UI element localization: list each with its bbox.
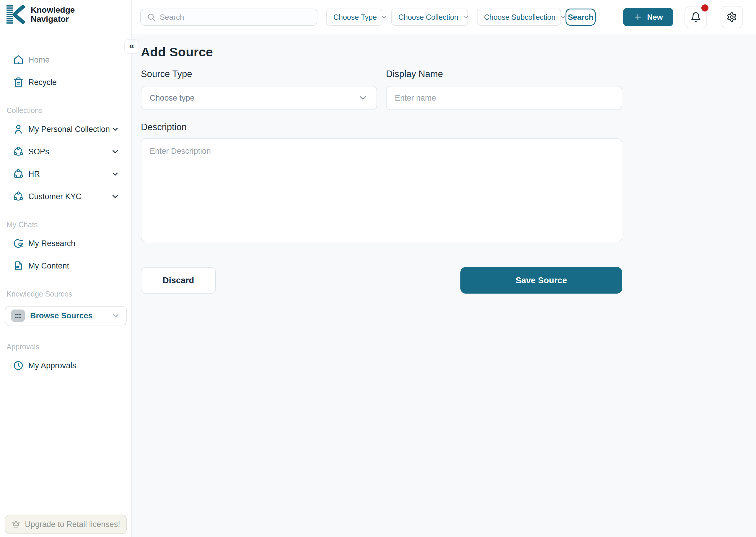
sidebar-item-label: My Approvals (28, 361, 76, 370)
sidebar-item-label: Browse Sources (30, 311, 93, 320)
discard-button[interactable]: Discard (141, 267, 216, 294)
sidebar-item-my-content[interactable]: My Content (0, 259, 131, 272)
choose-type-dropdown[interactable]: Choose Type (326, 9, 382, 26)
chevron-down-icon[interactable] (111, 192, 119, 201)
choose-type-label: Choose Type (334, 13, 377, 21)
sidebar-item-label: Recycle (28, 78, 57, 87)
search-button[interactable]: Search (565, 9, 596, 26)
collection-network-icon (13, 191, 23, 202)
user-icon (13, 124, 23, 135)
description-label: Description (141, 122, 622, 133)
document-icon (13, 261, 23, 271)
section-header-knowledge-sources: Knowledge Sources (7, 290, 131, 298)
research-icon (13, 238, 23, 249)
server-grid-icon (11, 310, 25, 322)
collection-network-icon (13, 146, 23, 157)
sidebar-item-label: My Research (28, 239, 75, 248)
choose-collection-dropdown[interactable]: Choose Collection (391, 9, 468, 26)
sidebar-item-label: My Personal Collection (28, 125, 110, 134)
plus-icon (634, 13, 642, 21)
sidebar-item-label: Home (28, 56, 50, 64)
choose-collection-label: Choose Collection (398, 13, 458, 21)
app-logo: Knowledge Navigator (7, 5, 75, 24)
sidebar-item-home[interactable]: Home (0, 53, 131, 67)
sidebar-collapse-button[interactable]: « (124, 39, 139, 54)
chevron-down-icon (462, 13, 469, 21)
home-icon (13, 55, 23, 65)
chevron-down-icon[interactable] (111, 170, 119, 179)
search-input[interactable] (160, 13, 311, 22)
save-source-button[interactable]: Save Source (461, 267, 622, 294)
sidebar-item-browse-sources[interactable]: Browse Sources (5, 306, 127, 325)
sidebar-item-hr[interactable]: HR (0, 167, 131, 181)
source-type-label: Source Type (141, 69, 377, 79)
sidebar-item-recycle[interactable]: Recycle (0, 75, 131, 89)
sidebar-divider (131, 0, 132, 537)
notification-dot (701, 4, 708, 12)
notifications-button[interactable] (685, 6, 707, 28)
chevron-down-icon (358, 93, 368, 103)
trash-icon (13, 77, 23, 88)
choose-subcollection-label: Choose Subcollection (484, 13, 556, 21)
display-name-label: Display Name (386, 69, 622, 79)
sidebar-item-my-research[interactable]: My Research (0, 237, 131, 250)
sidebar: Home Recycle Collections My Personal Col… (0, 34, 131, 537)
section-header-approvals: Approvals (7, 343, 131, 351)
sidebar-item-label: HR (28, 170, 40, 179)
description-textarea[interactable] (141, 138, 622, 242)
crown-icon (11, 519, 21, 529)
chevron-down-icon (380, 13, 388, 21)
sidebar-item-my-approvals[interactable]: My Approvals (0, 359, 131, 372)
clock-icon (13, 360, 23, 371)
sidebar-item-label: My Content (28, 262, 69, 270)
choose-subcollection-dropdown[interactable]: Choose Subcollection (477, 9, 561, 26)
source-type-placeholder: Choose type (150, 94, 195, 103)
sidebar-item-label: Customer KYC (28, 192, 81, 201)
display-name-input[interactable] (386, 86, 622, 110)
sidebar-item-customer-kyc[interactable]: Customer KYC (0, 190, 131, 203)
app-title: Knowledge Navigator (31, 5, 75, 24)
upgrade-button[interactable]: Upgrade to Retail licenses! (5, 515, 127, 534)
sidebar-item-sops[interactable]: SOPs (0, 145, 131, 158)
sidebar-item-my-personal-collection[interactable]: My Personal Collection (0, 122, 131, 136)
top-bar: Knowledge Navigator Choose Type Choose C… (0, 0, 756, 34)
add-source-form: Source Type Choose type Display Name Des… (141, 69, 622, 294)
source-type-select[interactable]: Choose type (141, 86, 377, 110)
upgrade-label: Upgrade to Retail licenses! (25, 520, 120, 529)
gear-icon (727, 12, 737, 22)
global-search (140, 9, 318, 26)
main-content: Add Source Source Type Choose type Displ… (132, 34, 756, 537)
bell-icon (690, 12, 701, 22)
section-header-my-chats: My Chats (7, 221, 131, 229)
new-button[interactable]: New (623, 8, 673, 26)
collapse-glyph: « (129, 41, 134, 51)
settings-button[interactable] (721, 6, 743, 28)
page-title: Add Source (141, 45, 756, 59)
section-header-collections: Collections (7, 106, 131, 115)
logo-k-icon (7, 5, 26, 24)
chevron-down-icon[interactable] (111, 311, 120, 320)
search-icon (147, 13, 156, 21)
new-button-label: New (647, 13, 663, 22)
chevron-down-icon[interactable] (111, 125, 119, 134)
sidebar-item-label: SOPs (28, 147, 49, 156)
collection-network-icon (13, 169, 23, 180)
chevron-down-icon[interactable] (111, 147, 119, 156)
